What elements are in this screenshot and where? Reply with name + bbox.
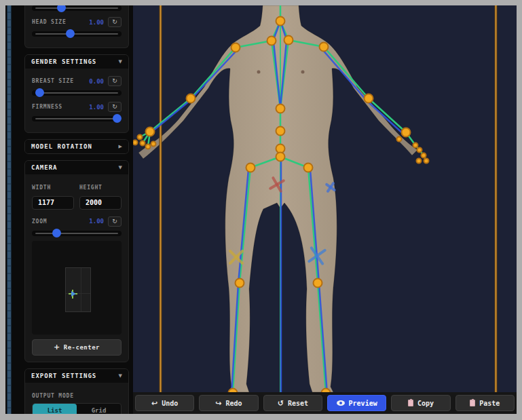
height-input[interactable]: [79, 196, 122, 210]
preview-label: Preview: [349, 400, 377, 407]
zoom-reset-button[interactable]: ↻: [108, 216, 122, 227]
pose-joint[interactable]: [422, 153, 426, 158]
pose-joint[interactable]: [284, 36, 293, 45]
camera-header[interactable]: CAMERA ▼: [25, 161, 128, 174]
pose-joint[interactable]: [246, 164, 255, 172]
pose-joint[interactable]: [141, 141, 145, 146]
pose-joint[interactable]: [276, 104, 285, 113]
firmness-label: FIRMNESS: [32, 104, 62, 110]
breast-size-value: 0.00: [89, 78, 104, 85]
zoom-slider[interactable]: [32, 231, 122, 236]
paste-label: Paste: [479, 400, 500, 407]
breast-size-slider[interactable]: [32, 90, 122, 96]
paste-button[interactable]: Paste: [455, 395, 515, 411]
pose-joint[interactable]: [146, 145, 151, 149]
undo-arrow-icon: ↩: [151, 399, 157, 408]
pose-joint[interactable]: [424, 159, 429, 164]
recenter-label: Re-center: [64, 344, 100, 351]
recenter-button[interactable]: + Re-center: [32, 339, 122, 356]
redo-label: Redo: [226, 400, 242, 407]
pose-joint[interactable]: [146, 128, 155, 136]
pose-joint[interactable]: [276, 127, 285, 136]
pose-joint[interactable]: [187, 94, 195, 103]
pose-joint[interactable]: [151, 142, 156, 147]
pose-joint[interactable]: [417, 148, 422, 153]
gender-settings-panel: GENDER SETTINGS ▼ BREAST SIZE 0.00 ↻ FIR…: [24, 54, 129, 133]
pose-joint[interactable]: [276, 153, 285, 161]
reset-button[interactable]: ↺ Reset: [263, 395, 322, 411]
clipboard-paste-icon: [470, 400, 475, 406]
pose-joint[interactable]: [402, 128, 411, 137]
width-input[interactable]: [32, 196, 74, 210]
pose-joint[interactable]: [133, 140, 138, 145]
chevron-down-icon: ▼: [119, 165, 122, 170]
plus-icon: +: [54, 343, 60, 351]
camera-panel: CAMERA ▼ WIDTH HEIGHT ZOOM 1.00: [24, 160, 129, 362]
app-window: HEAD SIZE 1.00 ↻ GENDER SETTINGS ▼ BREAS…: [5, 5, 517, 414]
copy-label: Copy: [417, 400, 434, 407]
pose-joint[interactable]: [304, 164, 313, 172]
height-label: HEIGHT: [79, 185, 102, 191]
export-settings-header[interactable]: EXPORT SETTINGS ▼: [25, 369, 128, 383]
output-mode-label: OUTPUT MODE: [32, 393, 74, 399]
redo-button[interactable]: ↪ Redo: [199, 395, 258, 411]
pose-joint[interactable]: [231, 43, 240, 52]
head-size-slider[interactable]: [32, 31, 122, 37]
width-label: WIDTH: [32, 185, 51, 191]
gender-settings-header[interactable]: GENDER SETTINGS ▼: [25, 55, 128, 69]
breast-size-label: BREAST SIZE: [32, 78, 74, 84]
chevron-right-icon: ▶: [119, 144, 122, 149]
gender-settings-title: GENDER SETTINGS: [31, 58, 96, 65]
head-size-reset-icon[interactable]: ↻: [108, 17, 122, 27]
camera-title: CAMERA: [31, 164, 58, 171]
pose-joint[interactable]: [138, 135, 143, 140]
eye-icon: [337, 400, 345, 406]
body-settings-panel: HEAD SIZE 1.00 ↻: [24, 5, 129, 48]
chevron-down-icon: ▼: [119, 59, 122, 64]
zoom-value: 1.00: [89, 218, 104, 225]
model-body[interactable]: [138, 5, 417, 392]
pose-joint[interactable]: [320, 43, 329, 52]
camera-minimap[interactable]: [32, 241, 122, 335]
firmness-slider[interactable]: [32, 116, 122, 121]
breast-size-reset-button[interactable]: ↻: [108, 76, 122, 86]
model-rotation-panel: MODEL ROTATION ▶: [24, 139, 129, 154]
redo-arrow-icon: ↪: [215, 399, 221, 408]
firmness-value: 1.00: [89, 104, 104, 111]
reset-label: Reset: [288, 400, 308, 407]
preview-button[interactable]: Preview: [327, 395, 386, 411]
action-toolbar: ↩ Undo ↪ Redo ↺ Reset Preview Copy Past: [133, 392, 517, 414]
pose-joint[interactable]: [267, 37, 276, 45]
pose-canvas[interactable]: [133, 5, 517, 392]
copy-button[interactable]: Copy: [391, 395, 450, 411]
output-mode-list-button[interactable]: List: [33, 404, 77, 415]
pose-viewport[interactable]: [133, 5, 517, 392]
sidebar-scrollbar[interactable]: [7, 5, 12, 414]
model-rotation-header[interactable]: MODEL ROTATION ▶: [25, 140, 128, 153]
reset-circular-arrow-icon: ↺: [278, 399, 284, 408]
partial-slider[interactable]: [32, 5, 122, 11]
clipboard-copy-icon: [408, 400, 413, 406]
export-settings-panel: EXPORT SETTINGS ▼ OUTPUT MODE List Grid …: [24, 368, 129, 415]
pose-joint[interactable]: [397, 137, 402, 142]
output-mode-grid-button[interactable]: Grid: [77, 404, 121, 415]
firmness-reset-button[interactable]: ↻: [108, 102, 122, 112]
output-mode-toggle: List Grid: [32, 403, 122, 415]
screenshot-frame: HEAD SIZE 1.00 ↻ GENDER SETTINGS ▼ BREAS…: [0, 0, 522, 420]
pose-joint[interactable]: [417, 159, 422, 164]
skin-detail-dot: [301, 71, 305, 74]
pose-joint[interactable]: [276, 17, 285, 26]
zoom-label: ZOOM: [32, 218, 47, 225]
undo-label: Undo: [162, 400, 178, 407]
skin-detail-dot: [257, 71, 261, 74]
pose-joint[interactable]: [236, 279, 244, 288]
pose-joint[interactable]: [314, 279, 322, 288]
pose-joint[interactable]: [413, 143, 418, 148]
export-settings-title: EXPORT SETTINGS: [31, 373, 96, 379]
pose-bone-blue: [367, 101, 405, 135]
model-position-marker: [69, 290, 77, 299]
undo-button[interactable]: ↩ Undo: [135, 395, 194, 411]
model-rotation-title: MODEL ROTATION: [31, 143, 92, 150]
head-size-label: HEAD SIZE: [32, 19, 67, 25]
pose-joint[interactable]: [365, 94, 373, 103]
